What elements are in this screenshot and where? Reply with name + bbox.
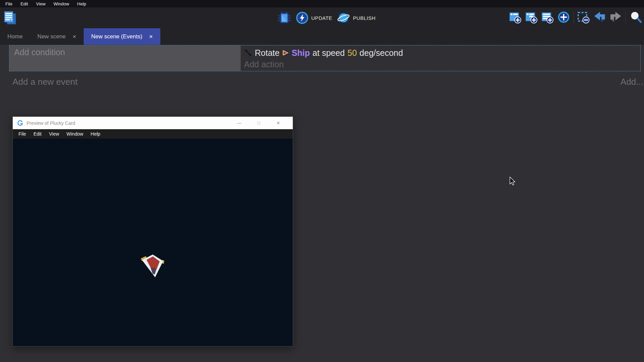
preview-titlebar[interactable]: Preview of Plucky Card — □ ✕ <box>13 117 293 129</box>
preview-window: Preview of Plucky Card — □ ✕ File Edit V… <box>12 116 293 347</box>
add-comment-button[interactable] <box>541 11 554 25</box>
action-object-name: Ship <box>292 48 310 58</box>
tab-home-label: Home <box>7 33 23 40</box>
toolbar-separator <box>626 11 626 24</box>
menu-file[interactable]: File <box>1 0 16 7</box>
add-comment-icon <box>541 11 554 24</box>
close-icon[interactable]: ✕ <box>72 34 76 39</box>
add-condition-placeholder[interactable]: Add condition <box>14 47 65 57</box>
event-row-selected[interactable]: Add condition Rotate Ship at speed 50 de… <box>9 45 641 71</box>
preview-menubar: File Edit View Window Help <box>13 129 293 139</box>
tab-new-scene-events[interactable]: New scene (Events) ✕ <box>84 28 160 45</box>
add-subevent-icon <box>525 11 538 24</box>
action-speed-value: 50 <box>348 48 357 58</box>
undo-button[interactable] <box>593 11 606 25</box>
tab-new-scene-events-label: New scene (Events) <box>91 33 142 40</box>
menu-help[interactable]: Help <box>73 0 90 7</box>
menu-window[interactable]: Window <box>49 0 73 7</box>
actions-cell: Rotate Ship at speed 50 deg/second Add a… <box>241 45 640 71</box>
menu-view[interactable]: View <box>32 0 49 7</box>
conditions-cell[interactable]: Add condition <box>9 45 241 71</box>
preview-menu-help[interactable]: Help <box>87 131 104 137</box>
remove-selection-icon <box>577 11 590 24</box>
remove-selection-button[interactable] <box>577 11 590 25</box>
add-circle-icon <box>557 11 570 24</box>
ship-sprite <box>140 250 167 280</box>
action-middle-text: at speed <box>313 48 345 58</box>
game-canvas[interactable] <box>13 139 293 346</box>
update-button[interactable]: UPDATE <box>296 11 332 24</box>
search-button[interactable] <box>629 10 643 25</box>
tab-bar: Home New scene ✕ New scene (Events) ✕ <box>0 28 644 45</box>
redo-button[interactable] <box>609 11 622 25</box>
publish-button[interactable]: PUBLISH <box>337 11 375 25</box>
tab-new-scene-label: New scene <box>37 33 66 40</box>
minimize-button[interactable]: — <box>230 117 249 129</box>
preview-menu-window[interactable]: Window <box>63 131 87 137</box>
debug-icon <box>278 11 291 25</box>
toolbar-separator <box>573 11 574 24</box>
gdevelop-logo-icon <box>17 120 23 126</box>
close-button[interactable]: ✕ <box>269 117 288 129</box>
search-icon <box>629 10 643 24</box>
project-manager-icon[interactable] <box>3 10 17 26</box>
add-event-icon <box>509 11 522 24</box>
main-toolbar: UPDATE PUBLISH <box>0 7 644 28</box>
preview-window-title: Preview of Plucky Card <box>27 120 230 126</box>
undo-icon <box>593 11 606 24</box>
lightning-icon <box>296 11 309 24</box>
documents-icon <box>3 10 17 25</box>
preview-menu-file[interactable]: File <box>15 131 30 137</box>
close-icon[interactable]: ✕ <box>149 34 153 39</box>
preview-menu-edit[interactable]: Edit <box>30 131 45 137</box>
tab-home[interactable]: Home <box>0 28 30 45</box>
update-label: UPDATE <box>311 15 332 21</box>
preview-menu-view[interactable]: View <box>45 131 63 137</box>
action-unit-text: deg/second <box>360 48 403 58</box>
maximize-button[interactable]: □ <box>249 117 269 129</box>
add-other-event-button[interactable] <box>557 11 570 25</box>
ship-thumbnail-icon <box>282 49 289 56</box>
menu-edit[interactable]: Edit <box>16 0 32 7</box>
app-menubar: File Edit View Window Help <box>0 0 644 7</box>
redo-icon <box>609 11 622 24</box>
add-event-button-right[interactable]: Add... <box>620 77 643 87</box>
add-new-event-placeholder[interactable]: Add a new event <box>12 77 78 87</box>
publish-label: PUBLISH <box>353 15 375 21</box>
tab-new-scene[interactable]: New scene ✕ <box>30 28 84 45</box>
add-subevent-button[interactable] <box>525 11 538 25</box>
action-verb: Rotate <box>255 48 280 58</box>
debug-button[interactable] <box>278 11 291 25</box>
planet-icon <box>337 11 350 25</box>
add-action-placeholder[interactable]: Add action <box>244 60 640 69</box>
add-event-button[interactable] <box>509 11 522 25</box>
rotate-action[interactable]: Rotate Ship at speed 50 deg/second <box>244 46 640 59</box>
rotate-icon <box>244 49 252 57</box>
